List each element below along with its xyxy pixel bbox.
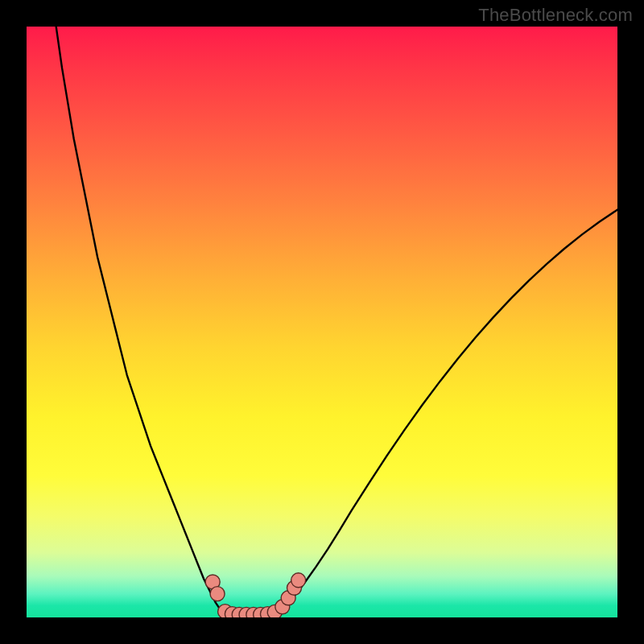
curve-marker bbox=[210, 587, 225, 601]
bottleneck-curve bbox=[56, 27, 617, 617]
chart-stage: TheBottleneck.com bbox=[0, 0, 644, 644]
plot-area bbox=[27, 27, 617, 617]
curve-markers bbox=[205, 573, 305, 617]
v-curve-path bbox=[56, 27, 617, 617]
curve-layer bbox=[27, 27, 617, 617]
attribution-text: TheBottleneck.com bbox=[478, 5, 633, 26]
curve-marker bbox=[291, 573, 306, 588]
